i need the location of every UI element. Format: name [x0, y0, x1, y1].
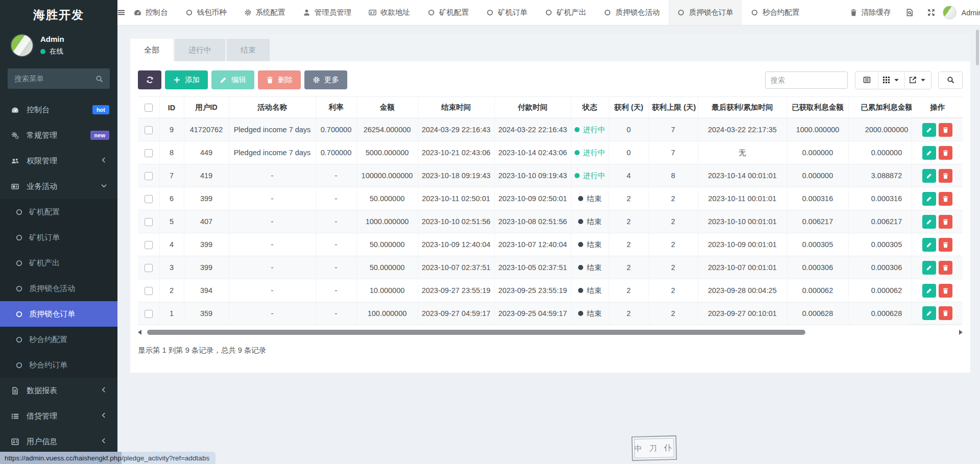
- more-button[interactable]: 更多: [304, 70, 347, 89]
- topnav-item-3[interactable]: 管理员管理: [294, 0, 361, 25]
- sidebar-item-2[interactable]: 权限管理: [0, 148, 117, 174]
- table-row-3[interactable]: 3399--50.0000002023-10-07 02:37:512023-1…: [138, 256, 963, 279]
- sidebar-item-6[interactable]: 用户信息: [0, 429, 117, 454]
- columns-button[interactable]: [878, 71, 904, 89]
- topnav-item-0[interactable]: 控制台: [125, 0, 177, 25]
- row-edit-button[interactable]: [922, 123, 936, 137]
- gear-icon: [244, 9, 252, 16]
- topnav-avatar[interactable]: [943, 6, 957, 19]
- row-edit-button[interactable]: [922, 146, 936, 160]
- pencil-icon: [926, 264, 933, 271]
- cell-end_time: 2023-10-21 02:43:06: [418, 141, 494, 164]
- row-edit-button[interactable]: [922, 192, 936, 206]
- hamburger-icon[interactable]: [117, 0, 125, 25]
- row-edit-button[interactable]: [922, 169, 936, 183]
- tab-1[interactable]: 进行中: [175, 39, 225, 61]
- cell-activity: -: [229, 256, 316, 279]
- submenu-item-3-3[interactable]: 质押锁仓活动: [0, 276, 117, 301]
- cell-pay_time: 2023-09-25 04:59:17: [494, 302, 571, 325]
- row-delete-button[interactable]: [939, 284, 952, 298]
- row-edit-button[interactable]: [922, 238, 936, 252]
- submenu-item-3-1[interactable]: 矿机订单: [0, 225, 117, 250]
- table-row-6[interactable]: 6399--50.0000002023-10-11 02:50:012023-1…: [138, 187, 963, 210]
- table-search-input[interactable]: [765, 71, 848, 89]
- row-checkbox[interactable]: [145, 126, 153, 134]
- submenu-item-3-2[interactable]: 矿机产出: [0, 250, 117, 276]
- topnav-item-1[interactable]: 钱包币种: [177, 0, 235, 25]
- tab-0[interactable]: 全部: [130, 39, 173, 61]
- table-row-1[interactable]: 1359--100.0000002023-09-27 04:59:172023-…: [138, 302, 963, 325]
- angle-left-icon: [100, 386, 109, 394]
- row-checkbox[interactable]: [145, 310, 153, 318]
- refresh-button[interactable]: [138, 70, 161, 89]
- table-row-8[interactable]: 8449Pledged income 7 days0.7000005000.00…: [138, 141, 963, 164]
- row-checkbox[interactable]: [145, 287, 153, 295]
- topnav-item-6[interactable]: 矿机订单: [477, 0, 536, 25]
- row-delete-button[interactable]: [939, 146, 952, 160]
- sidebar-item-3[interactable]: 业务活动: [0, 174, 117, 199]
- submenu-item-3-6[interactable]: 秒合约订单: [0, 352, 117, 378]
- topnav-item-11[interactable]: 清除缓存: [841, 0, 900, 25]
- submenu-item-3-4[interactable]: 质押锁仓订单: [0, 301, 117, 327]
- topnav-item-4[interactable]: 收款地址: [360, 0, 419, 25]
- fullscreen-icon[interactable]: [921, 0, 942, 26]
- topnav-item-10[interactable]: 秒合约配置: [742, 0, 808, 25]
- topnav-item-9[interactable]: 质押锁仓订单: [668, 0, 742, 25]
- sidebar-item-4[interactable]: 数据报表: [0, 378, 117, 403]
- toggle-view-button[interactable]: [855, 71, 878, 89]
- table-row-5[interactable]: 5407--1000.0000002023-10-10 02:51:562023…: [138, 210, 963, 233]
- log-search-icon[interactable]: [900, 0, 920, 26]
- row-delete-button[interactable]: [939, 306, 952, 320]
- submenu-item-3-0[interactable]: 矿机配置: [0, 199, 117, 225]
- column-header-7: 状态: [571, 97, 609, 118]
- cell-profit_days: 0: [609, 141, 649, 164]
- angle-down-icon: [100, 182, 109, 189]
- topnav-item-8[interactable]: 质押锁仓活动: [595, 0, 668, 25]
- row-checkbox[interactable]: [145, 149, 153, 157]
- row-edit-button[interactable]: [922, 215, 936, 229]
- topnav-item-2[interactable]: 系统配置: [235, 0, 294, 25]
- row-delete-button[interactable]: [939, 215, 952, 229]
- topnav-user-name[interactable]: Admin: [958, 9, 980, 17]
- table-row-9[interactable]: 941720762Pledged income 7 days0.70000026…: [138, 118, 963, 141]
- row-delete-button[interactable]: [939, 169, 952, 183]
- tab-2[interactable]: 结束: [227, 39, 270, 61]
- scrollbar-thumb[interactable]: [147, 330, 805, 335]
- stats-stamp[interactable]: 中 刀 仆: [631, 435, 677, 461]
- row-edit-button[interactable]: [922, 261, 936, 275]
- action-row-8: [912, 141, 963, 164]
- row-checkbox[interactable]: [145, 195, 153, 203]
- delete-button[interactable]: 删除: [258, 70, 301, 89]
- row-delete-button[interactable]: [939, 192, 952, 206]
- table-row-4[interactable]: 4399--50.0000002023-10-09 12:40:042023-1…: [138, 233, 963, 256]
- sidebar-item-1[interactable]: 常规管理new: [0, 123, 117, 148]
- edit-button[interactable]: 编辑: [211, 70, 254, 89]
- topnav-item-5[interactable]: 矿机配置: [419, 0, 477, 25]
- table-row-7[interactable]: 7419--100000.0000002023-10-18 09:19:4320…: [138, 164, 963, 187]
- sidebar-item-5[interactable]: 借贷管理: [0, 403, 117, 429]
- row-delete-button[interactable]: [939, 261, 952, 275]
- menu-search-input[interactable]: 搜索菜单: [8, 68, 110, 89]
- avatar[interactable]: [10, 34, 34, 57]
- row-checkbox[interactable]: [145, 241, 153, 249]
- row-checkbox[interactable]: [145, 172, 153, 180]
- scroll-right-icon[interactable]: [959, 330, 963, 335]
- table-row-2[interactable]: 2394--10.0000002023-09-27 23:55:192023-0…: [138, 279, 963, 302]
- sidebar-item-0[interactable]: 控制台hot: [0, 97, 117, 123]
- search-submit-button[interactable]: [938, 71, 963, 89]
- row-checkbox[interactable]: [145, 218, 153, 226]
- topnav-tabs: 控制台钱包币种系统配置管理员管理收款地址矿机配置矿机订单矿机产出质押锁仓活动质押…: [125, 0, 900, 25]
- submenu-item-3-5[interactable]: 秒合约配置: [0, 327, 117, 352]
- row-edit-button[interactable]: [922, 284, 936, 298]
- add-button[interactable]: 添加: [165, 70, 208, 89]
- topnav-item-7[interactable]: 矿机产出: [536, 0, 595, 25]
- export-button[interactable]: [904, 71, 931, 89]
- row-delete-button[interactable]: [939, 238, 952, 252]
- address-card-icon: [369, 9, 376, 16]
- select-all-checkbox[interactable]: [145, 104, 153, 112]
- scroll-left-icon[interactable]: [138, 330, 141, 335]
- row-edit-button[interactable]: [922, 306, 936, 320]
- row-checkbox[interactable]: [145, 264, 153, 272]
- row-delete-button[interactable]: [939, 123, 952, 137]
- page-scrollbar[interactable]: [976, 30, 979, 65]
